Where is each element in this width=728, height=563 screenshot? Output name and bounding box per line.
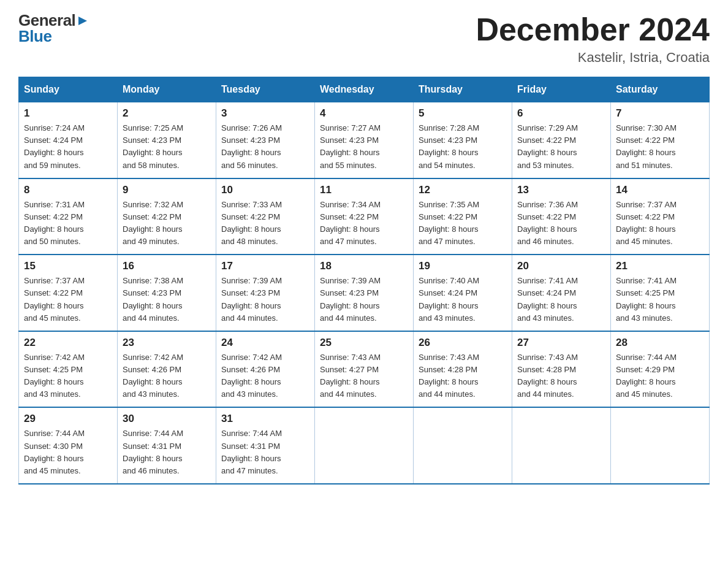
day-number: 16 [123,260,211,272]
week-row-4: 22 Sunrise: 7:42 AM Sunset: 4:25 PM Dayl… [19,331,710,408]
day-number: 1 [24,107,112,120]
day-number: 15 [24,260,112,272]
day-number: 17 [221,260,309,272]
day-cell-2-3: 18 Sunrise: 7:39 AM Sunset: 4:23 PM Dayl… [315,255,414,331]
day-detail: Sunrise: 7:25 AM Sunset: 4:23 PM Dayligh… [123,122,211,172]
day-number: 25 [320,337,408,349]
day-detail: Sunrise: 7:38 AM Sunset: 4:23 PM Dayligh… [123,275,211,324]
week-row-1: 1 Sunrise: 7:24 AM Sunset: 4:24 PM Dayli… [19,102,710,178]
header-tuesday: Tuesday [216,77,315,102]
day-cell-4-3 [315,407,414,484]
day-number: 5 [419,107,507,120]
day-number: 24 [221,337,309,349]
day-number: 30 [123,413,211,425]
day-cell-4-2: 31 Sunrise: 7:44 AM Sunset: 4:31 PM Dayl… [216,407,315,484]
location-subtitle: Kastelir, Istria, Croatia [476,50,710,66]
day-detail: Sunrise: 7:43 AM Sunset: 4:28 PM Dayligh… [517,351,605,401]
day-number: 13 [517,184,605,196]
day-detail: Sunrise: 7:41 AM Sunset: 4:25 PM Dayligh… [616,275,704,324]
day-cell-3-1: 23 Sunrise: 7:42 AM Sunset: 4:26 PM Dayl… [118,331,216,408]
day-number: 7 [616,107,704,120]
day-detail: Sunrise: 7:43 AM Sunset: 4:27 PM Dayligh… [320,351,408,401]
logo-blue-text: Blue [18,28,51,44]
logo: General Blue [18,12,88,44]
day-number: 27 [517,337,605,349]
day-cell-3-5: 27 Sunrise: 7:43 AM Sunset: 4:28 PM Dayl… [512,331,611,408]
day-number: 6 [517,107,605,120]
day-cell-2-2: 17 Sunrise: 7:39 AM Sunset: 4:23 PM Dayl… [216,255,315,331]
day-number: 18 [320,260,408,272]
svg-marker-0 [78,17,87,25]
day-detail: Sunrise: 7:36 AM Sunset: 4:22 PM Dayligh… [517,199,605,248]
day-cell-2-6: 21 Sunrise: 7:41 AM Sunset: 4:25 PM Dayl… [611,255,710,331]
day-detail: Sunrise: 7:42 AM Sunset: 4:25 PM Dayligh… [24,351,112,401]
day-cell-0-4: 5 Sunrise: 7:28 AM Sunset: 4:23 PM Dayli… [414,102,512,178]
day-detail: Sunrise: 7:39 AM Sunset: 4:23 PM Dayligh… [320,275,408,324]
day-cell-4-6 [611,407,710,484]
logo-general-text: General [18,12,75,28]
day-number: 9 [123,184,211,196]
day-detail: Sunrise: 7:43 AM Sunset: 4:28 PM Dayligh… [419,351,507,401]
weekday-header-row: Sunday Monday Tuesday Wednesday Thursday… [19,77,710,102]
week-row-5: 29 Sunrise: 7:44 AM Sunset: 4:30 PM Dayl… [19,407,710,484]
page-header: General Blue December 2024 Kastelir, Ist… [18,12,710,66]
day-number: 8 [24,184,112,196]
day-detail: Sunrise: 7:39 AM Sunset: 4:23 PM Dayligh… [221,275,309,324]
day-cell-3-3: 25 Sunrise: 7:43 AM Sunset: 4:27 PM Dayl… [315,331,414,408]
header-friday: Friday [512,77,611,102]
day-detail: Sunrise: 7:42 AM Sunset: 4:26 PM Dayligh… [221,351,309,401]
month-title: December 2024 [476,12,710,47]
day-cell-2-4: 19 Sunrise: 7:40 AM Sunset: 4:24 PM Dayl… [414,255,512,331]
day-cell-4-5 [512,407,611,484]
day-cell-0-5: 6 Sunrise: 7:29 AM Sunset: 4:22 PM Dayli… [512,102,611,178]
day-cell-2-1: 16 Sunrise: 7:38 AM Sunset: 4:23 PM Dayl… [118,255,216,331]
day-detail: Sunrise: 7:27 AM Sunset: 4:23 PM Dayligh… [320,122,408,172]
day-cell-1-4: 12 Sunrise: 7:35 AM Sunset: 4:22 PM Dayl… [414,178,512,255]
day-number: 23 [123,337,211,349]
day-detail: Sunrise: 7:33 AM Sunset: 4:22 PM Dayligh… [221,199,309,248]
day-detail: Sunrise: 7:26 AM Sunset: 4:23 PM Dayligh… [221,122,309,172]
day-number: 11 [320,184,408,196]
day-cell-2-0: 15 Sunrise: 7:37 AM Sunset: 4:22 PM Dayl… [19,255,118,331]
day-detail: Sunrise: 7:40 AM Sunset: 4:24 PM Dayligh… [419,275,507,324]
day-cell-1-2: 10 Sunrise: 7:33 AM Sunset: 4:22 PM Dayl… [216,178,315,255]
day-detail: Sunrise: 7:35 AM Sunset: 4:22 PM Dayligh… [419,199,507,248]
day-number: 29 [24,413,112,425]
day-number: 19 [419,260,507,272]
day-detail: Sunrise: 7:34 AM Sunset: 4:22 PM Dayligh… [320,199,408,248]
day-number: 26 [419,337,507,349]
day-cell-2-5: 20 Sunrise: 7:41 AM Sunset: 4:24 PM Dayl… [512,255,611,331]
day-detail: Sunrise: 7:37 AM Sunset: 4:22 PM Dayligh… [616,199,704,248]
day-cell-1-1: 9 Sunrise: 7:32 AM Sunset: 4:22 PM Dayli… [118,178,216,255]
day-detail: Sunrise: 7:44 AM Sunset: 4:31 PM Dayligh… [123,427,211,477]
day-cell-1-6: 14 Sunrise: 7:37 AM Sunset: 4:22 PM Dayl… [611,178,710,255]
day-number: 14 [616,184,704,196]
day-detail: Sunrise: 7:30 AM Sunset: 4:22 PM Dayligh… [616,122,704,172]
day-detail: Sunrise: 7:28 AM Sunset: 4:23 PM Dayligh… [419,122,507,172]
day-detail: Sunrise: 7:24 AM Sunset: 4:24 PM Dayligh… [24,122,112,172]
day-cell-4-1: 30 Sunrise: 7:44 AM Sunset: 4:31 PM Dayl… [118,407,216,484]
day-cell-0-2: 3 Sunrise: 7:26 AM Sunset: 4:23 PM Dayli… [216,102,315,178]
day-cell-1-0: 8 Sunrise: 7:31 AM Sunset: 4:22 PM Dayli… [19,178,118,255]
day-detail: Sunrise: 7:32 AM Sunset: 4:22 PM Dayligh… [123,199,211,248]
day-detail: Sunrise: 7:29 AM Sunset: 4:22 PM Dayligh… [517,122,605,172]
day-cell-1-3: 11 Sunrise: 7:34 AM Sunset: 4:22 PM Dayl… [315,178,414,255]
header-wednesday: Wednesday [315,77,414,102]
title-block: December 2024 Kastelir, Istria, Croatia [476,12,710,66]
day-cell-0-3: 4 Sunrise: 7:27 AM Sunset: 4:23 PM Dayli… [315,102,414,178]
day-number: 10 [221,184,309,196]
day-detail: Sunrise: 7:31 AM Sunset: 4:22 PM Dayligh… [24,199,112,248]
day-cell-4-4 [414,407,512,484]
day-cell-0-1: 2 Sunrise: 7:25 AM Sunset: 4:23 PM Dayli… [118,102,216,178]
day-number: 31 [221,413,309,425]
day-detail: Sunrise: 7:44 AM Sunset: 4:29 PM Dayligh… [616,351,704,401]
day-number: 28 [616,337,704,349]
header-monday: Monday [118,77,216,102]
header-sunday: Sunday [19,77,118,102]
day-detail: Sunrise: 7:41 AM Sunset: 4:24 PM Dayligh… [517,275,605,324]
day-number: 21 [616,260,704,272]
logo-triangle-icon [77,15,88,26]
day-detail: Sunrise: 7:42 AM Sunset: 4:26 PM Dayligh… [123,351,211,401]
day-cell-0-6: 7 Sunrise: 7:30 AM Sunset: 4:22 PM Dayli… [611,102,710,178]
day-cell-3-4: 26 Sunrise: 7:43 AM Sunset: 4:28 PM Dayl… [414,331,512,408]
